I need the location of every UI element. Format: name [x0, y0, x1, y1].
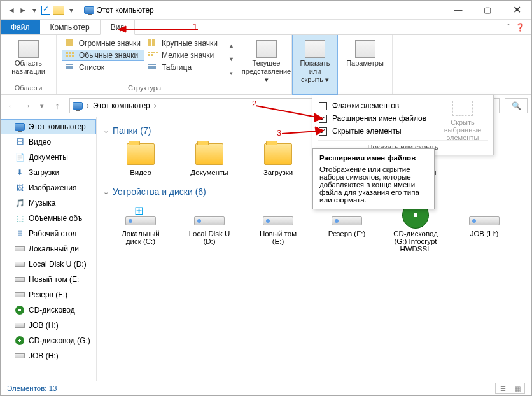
layout-scroll[interactable]: ▲▼▾: [227, 38, 235, 92]
checkbox-checked-icon[interactable]: ✓: [319, 115, 327, 123]
disk-icon: [15, 244, 25, 254]
monitor-icon: [15, 122, 25, 132]
sidebar-item-label: Видео: [29, 138, 51, 146]
disk-icon: [263, 216, 293, 225]
ribbon-group-current-view: Текущее представление ▾: [241, 35, 292, 94]
annotation-label-3: 3: [277, 128, 281, 138]
qat-customize-icon[interactable]: ▾: [67, 6, 76, 15]
drive-item[interactable]: JOB (H:): [459, 202, 509, 253]
tab-view[interactable]: Вид: [100, 20, 136, 35]
annotation-label-1: 1: [193, 22, 197, 31]
sidebar-item-label: Загрузки: [29, 168, 59, 177]
search-input[interactable]: 🔍: [505, 98, 528, 113]
folder-item[interactable]: Загрузки: [253, 141, 303, 176]
nav-up-button[interactable]: ↑: [50, 99, 64, 113]
folder-item[interactable]: Документы: [185, 141, 234, 176]
address-this-pc-icon: [73, 102, 83, 110]
item-label: Новый том (E:): [253, 230, 303, 245]
sidebar-item-label: Музыка: [29, 199, 55, 208]
sidebar-item[interactable]: CD-дисковод: [1, 302, 96, 318]
nav-history-icon[interactable]: ▾: [35, 99, 49, 113]
maximize-button[interactable]: ▢: [473, 1, 502, 20]
title-bar: ◄ ► ▾ ▾ Этот компьютер — ▢ ✕: [1, 1, 531, 20]
sidebar-item-label: Резерв (F:): [29, 290, 67, 299]
quick-access-toolbar: ◄ ► ▾ ▾: [1, 6, 76, 15]
sidebar-item-label: Local Disk U (D:): [29, 260, 87, 269]
options-button[interactable]: Параметры: [346, 59, 384, 67]
disk-icon: [469, 216, 500, 225]
disk-icon: [15, 274, 25, 285]
this-pc-icon: [84, 6, 94, 14]
view-details-toggle[interactable]: ☰: [495, 383, 510, 394]
options-icon[interactable]: [355, 40, 375, 58]
ribbon-group-layout: Огромные значки Крупные значки Обычные з…: [57, 35, 241, 94]
nav-back-button[interactable]: ←: [4, 99, 18, 113]
sidebar-item[interactable]: Локальный ди: [1, 241, 96, 257]
ribbon-collapse-icon[interactable]: ˄: [507, 23, 510, 32]
close-button[interactable]: ✕: [502, 1, 531, 20]
show-hide-icon: [305, 40, 325, 58]
sidebar-item-label: Документы: [29, 153, 68, 162]
item-label: Документы: [190, 169, 228, 176]
tooltip-body: Отображение или скрытие набора символов,…: [319, 166, 428, 204]
sidebar-item[interactable]: ⬇Загрузки: [1, 165, 96, 180]
drive-item[interactable]: Новый том (E:): [253, 202, 303, 253]
sidebar-item[interactable]: 🖥Рабочий стол: [1, 226, 96, 241]
sidebar-item[interactable]: Этот компьютер: [1, 119, 96, 134]
ribbon-group-panes-label: Области: [15, 83, 43, 92]
qat-properties-icon[interactable]: [41, 6, 50, 15]
checkbox-icon[interactable]: [319, 102, 327, 110]
dd-hide-selected: Скрыть выбранные элементы: [438, 101, 487, 141]
sidebar-item[interactable]: 🎞Видео: [1, 134, 96, 150]
folder-icon: [193, 141, 225, 167]
minimize-button[interactable]: —: [444, 1, 473, 20]
status-bar: Элементов: 13 ☰ ▦: [1, 381, 531, 395]
sidebar-item[interactable]: JOB (H:): [1, 318, 96, 333]
sidebar-item[interactable]: CD-дисковод (G:): [1, 333, 96, 348]
view-icons-toggle[interactable]: ▦: [510, 383, 525, 394]
navigation-pane-button[interactable]: Область навигации: [6, 59, 51, 76]
drive-item[interactable]: CD-дисковод (G:) Infocrypt HWDSSL: [391, 202, 440, 253]
layout-list[interactable]: Список: [62, 62, 144, 73]
sidebar-item[interactable]: 🎵Музыка: [1, 195, 96, 211]
window-title: Этот компьютер: [97, 6, 154, 15]
sidebar-item-label: JOB (H:): [29, 351, 59, 360]
breadcrumb[interactable]: Этот компьютер: [93, 101, 150, 110]
ribbon-group-show-hide[interactable]: Показать или скрыть ▾: [292, 34, 338, 95]
current-view-icon[interactable]: [256, 40, 277, 58]
tab-computer[interactable]: Компьютер: [40, 20, 100, 34]
qat-arrow-right-icon[interactable]: ►: [18, 6, 27, 15]
sidebar-item[interactable]: JOB (H:): [1, 348, 96, 364]
drive-item[interactable]: Резерв (F:): [322, 202, 372, 253]
video-icon: 🎞: [15, 137, 25, 147]
folder-item[interactable]: Видео: [116, 141, 165, 176]
checkbox-checked-icon[interactable]: ✓: [319, 127, 327, 136]
qat-newfolder-icon[interactable]: [53, 6, 64, 15]
disk-icon: [15, 320, 25, 330]
layout-details[interactable]: Таблица: [144, 62, 227, 73]
nav-forward-button[interactable]: →: [20, 99, 34, 113]
sidebar-item[interactable]: Новый том (E:: [1, 272, 96, 287]
sidebar-item[interactable]: ⬚Объемные объ: [1, 211, 96, 226]
layout-small-icons[interactable]: Мелкие значки: [144, 50, 227, 61]
current-view-button[interactable]: Текущее представление ▾: [242, 59, 291, 85]
sidebar-item[interactable]: Резерв (F:): [1, 287, 96, 302]
layout-large-icons[interactable]: Крупные значки: [144, 38, 227, 49]
navigation-tree[interactable]: Этот компьютер🎞Видео📄Документы⬇Загрузки🖼…: [1, 117, 97, 381]
sidebar-item-label: CD-дисковод: [29, 306, 75, 315]
show-hide-button[interactable]: Показать или скрыть ▾: [298, 59, 332, 85]
sidebar-item-label: JOB (H:): [29, 321, 59, 330]
layout-extra-large-icons[interactable]: Огромные значки: [62, 38, 144, 49]
navigation-pane-icon[interactable]: [18, 40, 39, 58]
layout-medium-icons[interactable]: Обычные значки: [62, 50, 144, 61]
drive-item[interactable]: Local Disk U (D:): [185, 202, 234, 253]
help-icon[interactable]: ❓: [515, 23, 525, 32]
sidebar-item[interactable]: Local Disk U (D:): [1, 257, 96, 272]
drive-item[interactable]: ⊞Локальный диск (C:): [116, 202, 165, 253]
tab-file[interactable]: Файл: [1, 20, 40, 34]
qat-dropdown-icon[interactable]: ▾: [30, 6, 39, 15]
qat-arrow-left-icon[interactable]: ◄: [7, 6, 16, 15]
sidebar-item-label: Новый том (E:: [29, 275, 79, 284]
sidebar-item[interactable]: 📄Документы: [1, 150, 96, 165]
sidebar-item[interactable]: 🖼Изображения: [1, 180, 96, 195]
